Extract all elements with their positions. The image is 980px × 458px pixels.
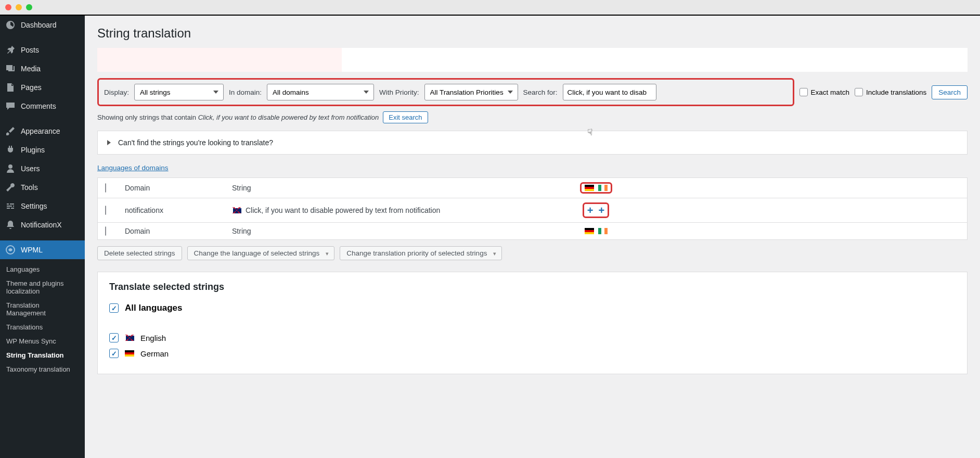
lang-row-german[interactable]: German — [109, 349, 956, 358]
sidebar-item-label: Appearance — [21, 127, 60, 135]
flag-de-icon — [125, 350, 134, 357]
checkbox-icon — [800, 88, 808, 96]
flag-ie-icon — [598, 228, 608, 234]
checkbox-checked-icon — [109, 333, 119, 342]
accordion-text: Can't find the strings you're looking to… — [118, 138, 273, 147]
header-string: String — [232, 184, 578, 192]
sidebar-item-label: Posts — [21, 46, 39, 54]
wpml-submenu: Languages Theme and plugins localization… — [0, 259, 85, 379]
lang-label: English — [140, 334, 166, 342]
sidebar-item-dashboard[interactable]: Dashboard — [0, 16, 85, 34]
submenu-item-languages[interactable]: Languages — [0, 262, 85, 276]
priority-label: With Priority: — [379, 88, 419, 96]
row-checkbox[interactable] — [105, 206, 106, 215]
notificationx-icon — [5, 220, 16, 230]
sidebar-item-label: Plugins — [21, 146, 45, 154]
sidebar-item-posts[interactable]: Posts — [0, 41, 85, 59]
sidebar-item-users[interactable]: Users — [0, 159, 85, 178]
page-title: String translation — [97, 26, 968, 41]
display-label: Display: — [104, 88, 129, 96]
brush-icon — [5, 126, 16, 136]
submenu-item-theme-plugins-localization[interactable]: Theme and plugins localization — [0, 276, 85, 298]
add-translation-de-button[interactable]: + — [587, 205, 594, 215]
flag-uk-icon — [232, 207, 241, 213]
change-language-select[interactable]: Change the language of selected strings — [187, 246, 335, 260]
checkbox-icon — [855, 88, 863, 96]
row-string: Click, if you want to disable powered by… — [246, 206, 440, 214]
include-translations-checkbox[interactable]: Include translations — [855, 88, 926, 96]
flag-de-icon — [585, 228, 594, 234]
sidebar-item-plugins[interactable]: Plugins — [0, 141, 85, 159]
row-domain: notificationx — [125, 206, 232, 214]
search-button[interactable]: Search — [932, 85, 968, 99]
showing-prefix: Showing only strings that contain — [97, 113, 198, 121]
checkbox-checked-icon — [109, 349, 119, 358]
user-icon — [5, 163, 16, 174]
table-footer-row: Domain String — [98, 222, 967, 239]
maximize-window-icon[interactable] — [26, 4, 32, 10]
search-input[interactable] — [563, 84, 656, 100]
sidebar-item-label: Media — [21, 65, 41, 73]
sidebar-item-label: NotificationX — [21, 221, 62, 229]
flag-ie-icon — [598, 185, 608, 191]
content-area: String translation Display: All strings … — [85, 16, 980, 458]
sidebar-item-pages[interactable]: Pages — [0, 78, 85, 97]
submenu-item-translations[interactable]: Translations — [0, 320, 85, 334]
pin-icon — [5, 45, 16, 55]
filter-row: Display: All strings In domain: All doma… — [97, 78, 794, 106]
submenu-item-wp-menus-sync[interactable]: WP Menus Sync — [0, 334, 85, 348]
sidebar-item-label: Settings — [21, 202, 47, 210]
all-languages-row[interactable]: All languages — [109, 303, 956, 313]
display-select[interactable]: All strings — [134, 84, 224, 100]
flag-de-icon — [585, 185, 594, 191]
sidebar-item-notificationx[interactable]: NotificationX — [0, 215, 85, 234]
minimize-window-icon[interactable] — [16, 4, 22, 10]
delete-selected-button[interactable]: Delete selected strings — [97, 246, 182, 260]
close-window-icon[interactable] — [5, 4, 11, 10]
sliders-icon — [5, 201, 16, 211]
languages-of-domains-link[interactable]: Languages of domains — [97, 164, 169, 172]
comment-icon — [5, 101, 16, 111]
select-all-checkbox-bottom[interactable] — [105, 226, 106, 236]
select-all-checkbox[interactable] — [105, 183, 106, 193]
add-translation-ie-button[interactable]: + — [599, 205, 605, 215]
lang-row-english[interactable]: English — [109, 333, 956, 342]
search-label: Search for: — [523, 88, 558, 96]
sidebar-item-appearance[interactable]: Appearance — [0, 122, 85, 141]
sidebar-item-tools[interactable]: Tools — [0, 178, 85, 197]
add-translations-highlight-box: + + — [583, 202, 609, 218]
wpml-icon — [5, 245, 16, 255]
showing-term: Click, if you want to disable powered by… — [198, 113, 379, 121]
sidebar-item-label: Pages — [21, 83, 42, 92]
submenu-item-taxonomy-translation[interactable]: Taxonomy translation — [0, 362, 85, 376]
showing-line: Showing only strings that contain Click,… — [97, 111, 968, 123]
flags-highlight-box — [580, 182, 612, 194]
help-accordion[interactable]: Can't find the strings you're looking to… — [97, 131, 968, 155]
cursor-icon: ☟ — [587, 127, 592, 138]
sidebar-item-settings[interactable]: Settings — [0, 197, 85, 215]
sidebar-item-media[interactable]: Media — [0, 59, 85, 78]
sidebar-item-label: WPML — [21, 246, 43, 254]
all-languages-label: All languages — [125, 303, 183, 313]
header-domain: Domain — [125, 184, 232, 192]
submenu-item-translation-management[interactable]: Translation Management — [0, 298, 85, 320]
dashboard-icon — [5, 20, 16, 30]
plug-icon — [5, 145, 16, 155]
sidebar-item-wpml[interactable]: WPML — [0, 240, 85, 259]
media-icon — [5, 63, 16, 74]
change-priority-select[interactable]: Change translation priority of selected … — [340, 246, 502, 260]
translate-box-title: Translate selected strings — [109, 282, 956, 292]
exit-search-button[interactable]: Exit search — [383, 111, 428, 123]
exact-match-checkbox[interactable]: Exact match — [800, 88, 849, 96]
domain-select[interactable]: All domains — [267, 84, 374, 100]
footer-string: String — [232, 227, 578, 235]
submenu-item-string-translation[interactable]: String Translation — [0, 348, 85, 362]
page-icon — [5, 82, 16, 93]
sidebar-item-comments[interactable]: Comments — [0, 97, 85, 116]
bulk-actions: Delete selected strings Change the langu… — [97, 246, 968, 260]
sidebar-item-label: Dashboard — [21, 21, 57, 29]
priority-select[interactable]: All Translation Priorities — [424, 84, 518, 100]
exact-match-label: Exact match — [811, 88, 849, 96]
sidebar-item-label: Users — [21, 164, 40, 173]
table-row: notificationx Click, if you want to disa… — [98, 198, 967, 222]
